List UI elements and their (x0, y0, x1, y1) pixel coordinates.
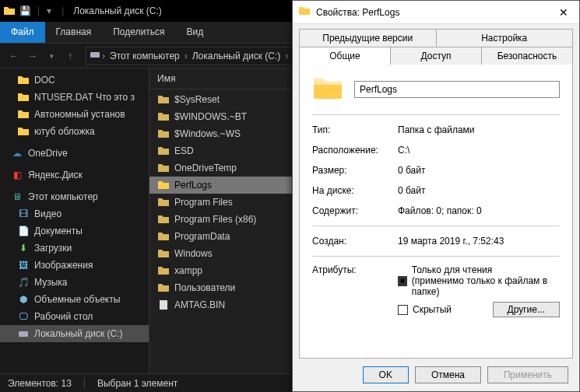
sidebar-item[interactable]: Автономный установ (0, 106, 149, 123)
folder-icon (157, 128, 170, 140)
tab-general[interactable]: Общие (299, 47, 391, 65)
apply-button[interactable]: Применить (487, 366, 568, 383)
folder-icon (157, 282, 170, 294)
history-dropdown[interactable]: ▾ (42, 47, 61, 65)
status-selected: Выбран 1 элемент (97, 378, 178, 389)
value-location: C:\ (398, 145, 410, 156)
crumb-pc[interactable]: Этот компьютер (107, 51, 183, 61)
file-item-label: Пользователи (174, 282, 235, 293)
label-contains: Содержит: (312, 205, 398, 216)
folder-icon (157, 179, 170, 191)
dropdown-icon[interactable]: ▾ (43, 5, 55, 17)
desktop-icon: 🖵 (17, 310, 30, 323)
value-size-on-disk: 0 байт (398, 185, 425, 196)
file-item-label: OneDriveTemp (174, 163, 237, 173)
sidebar-item-label: OneDrive (28, 148, 68, 159)
label-size-on-disk: На диске: (312, 185, 398, 196)
crumb-disk[interactable]: Локальный диск (C:) (189, 51, 284, 61)
tab-sharing[interactable]: Доступ (390, 47, 482, 65)
folder-icon (157, 162, 170, 174)
sidebar-item-label: Объемные объекты (34, 294, 120, 305)
folder-icon (157, 213, 170, 226)
sidebar-item[interactable]: ⬇Загрузки (0, 240, 149, 257)
cancel-button[interactable]: Отмена (415, 366, 481, 383)
folder-icon (157, 196, 170, 208)
folder-name-input[interactable] (354, 81, 560, 98)
folder-icon (157, 93, 170, 106)
folder-large-icon (312, 75, 343, 103)
sidebar-item-label: ютуб обложка (34, 126, 95, 137)
forward-button[interactable]: → (23, 47, 42, 65)
chevron-right-icon[interactable]: › (100, 51, 107, 61)
save-icon[interactable]: 💾 (19, 5, 31, 17)
ok-button[interactable]: OK (363, 366, 409, 383)
tab-previous-versions[interactable]: Предыдущие версии (299, 29, 437, 47)
tab-view[interactable]: Вид (175, 22, 214, 43)
folder-icon (157, 230, 170, 243)
sidebar-item[interactable]: ютуб обложка (0, 123, 149, 140)
file-item-label: PerfLogs (174, 180, 212, 191)
sidebar-item[interactable]: 🖼Изображения (0, 257, 149, 274)
pictures-icon: 🖼 (17, 259, 30, 271)
label-hidden: Скрытый (413, 304, 452, 315)
folder-icon (299, 6, 311, 19)
video-icon: 🎞 (17, 208, 30, 220)
tab-customize[interactable]: Настройка (436, 29, 574, 47)
sidebar-item[interactable]: DOC (0, 72, 149, 89)
tab-share[interactable]: Поделиться (102, 22, 175, 43)
tab-security[interactable]: Безопасность (481, 47, 573, 65)
folder-icon (17, 108, 30, 121)
music-icon: 🎵 (17, 276, 30, 289)
sidebar-item[interactable]: Локальный диск (C:) (0, 325, 149, 342)
tab-home[interactable]: Главная (45, 22, 103, 43)
advanced-button[interactable]: Другие... (493, 302, 560, 317)
folder-icon (17, 125, 30, 138)
chevron-right-icon[interactable]: › (283, 51, 290, 61)
disk-icon (90, 50, 100, 61)
file-item-label: xampp (174, 265, 202, 276)
sidebar-item-label: Загрузки (34, 243, 72, 254)
file-item-label: Program Files (174, 197, 233, 208)
label-readonly: Только для чтения (412, 264, 492, 275)
file-item-label: Program Files (x86) (174, 214, 256, 225)
sidebar-item-label: NTUSER.DAT Что это з (34, 92, 135, 103)
close-button[interactable]: ✕ (548, 1, 579, 24)
chevron-right-icon[interactable]: › (183, 51, 189, 61)
cloud-icon: ☁ (11, 147, 23, 159)
disk-icon (17, 327, 30, 340)
sidebar-pc[interactable]: 🖥Этот компьютер (0, 188, 149, 205)
checkbox-readonly[interactable]: ■ (398, 276, 407, 286)
file-item-label: $SysReset (174, 94, 220, 105)
back-button[interactable]: ← (5, 47, 23, 65)
sidebar-onedrive[interactable]: ☁OneDrive (0, 145, 149, 162)
sidebar-item-label: Локальный диск (C:) (34, 328, 123, 339)
up-button[interactable]: ↑ (61, 47, 79, 65)
label-readonly-note: (применимо только к файлам в папке) (412, 275, 547, 297)
svg-rect-2 (160, 300, 167, 310)
sidebar-item-label: DOC (34, 75, 55, 86)
window-title: Локальный диск (C:) (73, 5, 162, 16)
sidebar-item[interactable]: 🖵Рабочий стол (0, 308, 149, 325)
file-item-label: $WINDOWS.~BT (174, 111, 247, 122)
sidebar-item-label: Автономный установ (34, 109, 125, 120)
sidebar-item[interactable]: NTUSER.DAT Что это з (0, 89, 149, 106)
sidebar-item[interactable]: 🎵Музыка (0, 274, 149, 291)
checkbox-hidden[interactable] (398, 305, 408, 315)
file-icon (157, 299, 170, 311)
label-attributes: Атрибуты: (312, 264, 398, 275)
sidebar-item-label: Рабочий стол (34, 311, 93, 322)
label-created: Создан: (312, 236, 398, 247)
3d-icon: ⬢ (17, 293, 30, 306)
value-created: 19 марта 2019 г., 7:52:43 (398, 236, 504, 247)
sidebar-item-label: Документы (34, 226, 83, 236)
sidebar-item[interactable]: 🎞Видео (0, 205, 149, 222)
dialog-titlebar[interactable]: Свойства: PerfLogs ✕ (293, 1, 579, 24)
sidebar-item[interactable]: ⬢Объемные объекты (0, 291, 149, 308)
value-contains: Файлов: 0; папок: 0 (398, 205, 482, 216)
folder-icon (17, 91, 30, 103)
tab-file[interactable]: Файл (0, 22, 45, 43)
sidebar-item[interactable]: 📄Документы (0, 222, 149, 240)
sidebar-yandex[interactable]: ◧Яндекс.Диск (0, 166, 149, 184)
folder-icon (157, 110, 170, 123)
file-item-label: $Windows.~WS (174, 128, 241, 139)
